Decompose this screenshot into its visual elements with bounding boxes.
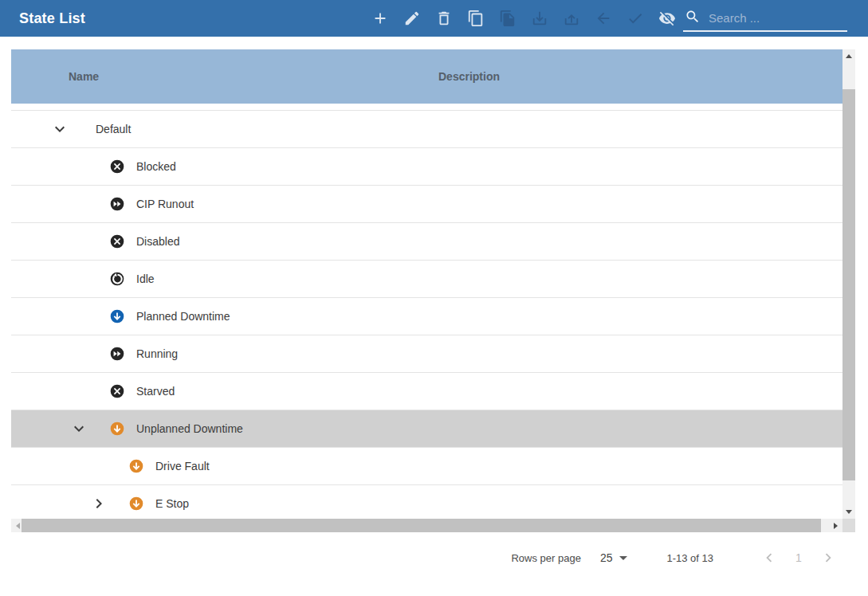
table-body: Default Blocked CIP Runout Disabled xyxy=(11,110,842,519)
back-button[interactable] xyxy=(587,2,619,34)
edit-button[interactable] xyxy=(396,2,428,34)
arrow-down-circle-icon xyxy=(109,308,125,324)
app-header: State List xyxy=(0,0,868,37)
table-row-cip-runout[interactable]: CIP Runout xyxy=(11,186,842,223)
arrow-down-circle-icon xyxy=(128,496,144,512)
horizontal-scrollbar[interactable] xyxy=(11,519,842,532)
rows-per-page-select[interactable]: 25 xyxy=(600,551,628,564)
state-name: Disabled xyxy=(136,235,179,248)
scroll-down-arrow-icon[interactable] xyxy=(842,505,855,519)
state-name: E Stop xyxy=(155,497,189,510)
state-name: Unplanned Downtime xyxy=(136,422,243,435)
upload-icon xyxy=(563,10,580,27)
state-name: Planned Downtime xyxy=(136,310,230,323)
state-name: CIP Runout xyxy=(136,198,194,210)
horizontal-scrollbar-thumb[interactable] xyxy=(22,519,821,532)
download-icon xyxy=(531,10,548,27)
state-name: Default xyxy=(96,123,131,135)
chevron-down-icon[interactable] xyxy=(69,419,88,438)
cancel-circle-icon xyxy=(109,159,125,174)
state-name: Blocked xyxy=(136,160,176,173)
scroll-right-arrow-icon[interactable] xyxy=(829,519,842,532)
rows-per-page-label: Rows per page xyxy=(511,552,580,564)
delete-button[interactable] xyxy=(428,2,460,34)
vertical-scrollbar[interactable] xyxy=(842,49,855,519)
current-page: 1 xyxy=(789,551,808,564)
arrow-down-circle-icon xyxy=(109,421,125,437)
table-row-default[interactable]: Default xyxy=(11,111,842,148)
copy-button[interactable] xyxy=(460,2,492,34)
table-row-running[interactable]: Running xyxy=(11,335,842,373)
scrollbar-corner xyxy=(842,519,855,532)
import-button[interactable] xyxy=(524,2,556,34)
column-header-description: Description xyxy=(438,49,500,104)
copy-icon xyxy=(467,10,485,27)
idle-circle-icon xyxy=(109,271,125,287)
hide-button[interactable] xyxy=(651,2,683,34)
add-button[interactable] xyxy=(364,2,396,34)
fast-forward-circle-icon xyxy=(109,346,125,362)
export-button[interactable] xyxy=(556,2,587,34)
chevron-down-icon[interactable] xyxy=(50,120,69,139)
page-title: State List xyxy=(19,10,85,27)
state-table: Name Description Default Blocked CIP Run… xyxy=(11,49,842,519)
table-row-e-stop[interactable]: E Stop xyxy=(11,485,842,519)
vertical-scrollbar-thumb[interactable] xyxy=(842,89,855,480)
file-copy-icon xyxy=(499,10,516,27)
table-row-idle[interactable]: Idle xyxy=(11,261,842,298)
state-name: Starved xyxy=(136,385,175,398)
table-row-disabled[interactable]: Disabled xyxy=(11,223,842,261)
state-name: Running xyxy=(136,347,178,360)
chevron-left-icon xyxy=(760,549,778,567)
table-header: Name Description xyxy=(11,49,842,104)
chevron-right-icon xyxy=(819,549,837,567)
duplicate-button[interactable] xyxy=(492,2,524,34)
search-input[interactable] xyxy=(707,10,847,25)
caret-down-icon xyxy=(619,556,627,560)
eye-off-icon xyxy=(658,10,676,27)
table-row-planned-downtime[interactable]: Planned Downtime xyxy=(11,298,842,335)
check-icon xyxy=(626,10,644,27)
cancel-circle-icon xyxy=(109,233,125,249)
range-label: 1-13 of 13 xyxy=(666,552,713,564)
next-page-button[interactable] xyxy=(819,548,838,567)
scroll-up-arrow-icon[interactable] xyxy=(842,49,855,63)
chevron-right-icon[interactable] xyxy=(89,494,108,513)
state-name: Idle xyxy=(136,273,155,285)
state-name: Drive Fault xyxy=(155,460,210,472)
rows-per-page-value: 25 xyxy=(600,551,613,564)
state-list-window: State List xyxy=(0,0,868,596)
fast-forward-circle-icon xyxy=(109,196,125,212)
toolbar xyxy=(364,2,683,34)
arrow-left-icon xyxy=(595,10,612,27)
plus-icon xyxy=(371,10,389,27)
prev-page-button[interactable] xyxy=(760,548,779,567)
column-header-name: Name xyxy=(69,49,99,104)
trash-icon xyxy=(435,10,453,27)
table-row-unplanned-downtime[interactable]: Unplanned Downtime xyxy=(11,410,842,448)
pencil-icon xyxy=(403,10,421,27)
search-icon xyxy=(685,9,701,25)
table-row-starved[interactable]: Starved xyxy=(11,373,842,410)
apply-button[interactable] xyxy=(619,2,651,34)
search-box[interactable] xyxy=(683,5,847,32)
cancel-circle-icon xyxy=(109,383,125,399)
arrow-down-circle-icon xyxy=(128,458,144,474)
table-row-drive-fault[interactable]: Drive Fault xyxy=(11,448,842,485)
paginator: Rows per page 25 1-13 of 13 1 xyxy=(0,540,868,575)
table-row-blocked[interactable]: Blocked xyxy=(11,148,842,186)
